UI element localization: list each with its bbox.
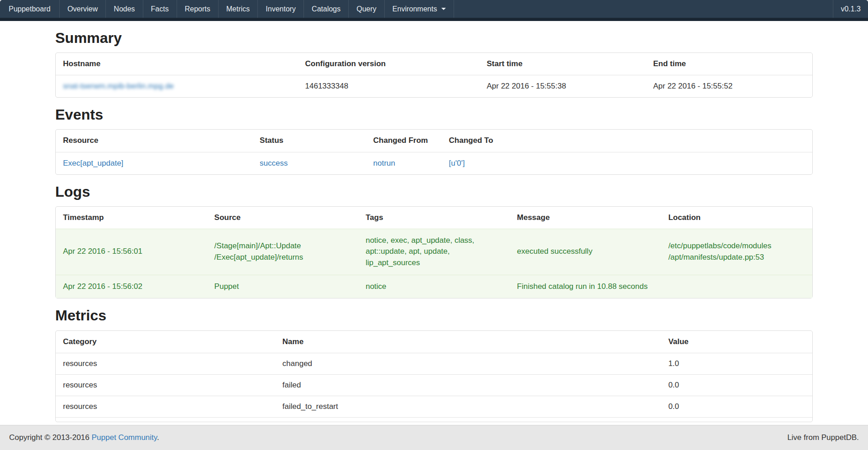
footer-copyright-prefix: Copyright © 2013-2016 — [9, 433, 92, 442]
events-col-changed-from: Changed From — [366, 130, 442, 152]
log-source: /Stage[main]/Apt::Update /Exec[apt_updat… — [207, 229, 359, 275]
log-message: Finished catalog run in 10.88 seconds — [510, 275, 661, 298]
nav-item-facts[interactable]: Facts — [143, 0, 177, 18]
log-timestamp: Apr 22 2016 - 15:56:01 — [56, 229, 207, 275]
logs-header-row: Timestamp Source Tags Message Location — [56, 207, 812, 229]
main-content: Summary Hostname Configuration version S… — [55, 30, 813, 422]
metric-category: resources — [56, 374, 275, 396]
metric-name: changed — [275, 353, 661, 374]
navbar-right: v0.1.3 — [833, 0, 868, 18]
footer-copyright: Copyright © 2013-2016 Puppet Community. — [9, 433, 159, 442]
log-message: executed successfully — [510, 229, 661, 275]
footer-puppetdb-status: Live from PuppetDB. — [787, 433, 859, 442]
metric-name: failed_to_restart — [275, 396, 661, 417]
metrics-header-row: Category Name Value — [56, 331, 812, 353]
events-col-changed-to: Changed To — [442, 130, 812, 152]
logs-col-source: Source — [207, 207, 359, 229]
summary-col-hostname: Hostname — [56, 53, 298, 75]
metric-value: 0.0 — [661, 396, 812, 417]
events-col-resource: Resource — [56, 130, 252, 152]
metric-row: resources failed 0.0 — [56, 374, 812, 396]
log-row: Apr 22 2016 - 15:56:02 Puppet notice Fin… — [56, 275, 812, 298]
nav-dropdown-environments[interactable]: Environments — [385, 0, 454, 18]
metric-name: failed — [275, 374, 661, 396]
top-navbar: Puppetboard Overview Nodes Facts Reports… — [0, 0, 868, 21]
summary-col-config-version: Configuration version — [298, 53, 480, 75]
events-header-row: Resource Status Changed From Changed To — [56, 130, 812, 152]
metric-value: 0.0 — [661, 374, 812, 396]
log-timestamp: Apr 22 2016 - 15:56:02 — [56, 275, 207, 298]
hostname-link[interactable]: snat-tserwm.mpib-berlin.mpg.de — [63, 82, 174, 90]
summary-col-start-time: Start time — [479, 53, 646, 75]
log-location — [661, 275, 812, 298]
metric-category: resources — [56, 396, 275, 417]
app-version-label: v0.1.3 — [833, 0, 868, 18]
summary-header-row: Hostname Configuration version Start tim… — [56, 53, 812, 75]
metrics-col-category: Category — [56, 331, 275, 353]
summary-table: Hostname Configuration version Start tim… — [55, 52, 813, 98]
nav-item-metrics[interactable]: Metrics — [219, 0, 258, 18]
events-col-status: Status — [252, 130, 366, 152]
metric-row: resources failed_to_restart 0.0 — [56, 396, 812, 417]
nav-item-inventory[interactable]: Inventory — [258, 0, 304, 18]
logs-col-location: Location — [661, 207, 812, 229]
event-resource-link[interactable]: Exec[apt_update] — [63, 159, 123, 167]
log-row: Apr 22 2016 - 15:56:01 /Stage[main]/Apt:… — [56, 229, 812, 275]
puppet-community-link[interactable]: Puppet Community — [92, 433, 157, 442]
metrics-col-value: Value — [661, 331, 812, 353]
event-changed-to-link[interactable]: [u'0'] — [449, 159, 465, 167]
events-heading: Events — [55, 107, 813, 123]
logs-table: Timestamp Source Tags Message Location A… — [55, 206, 813, 299]
end-time-value: Apr 22 2016 - 15:55:52 — [646, 75, 812, 97]
start-time-value: Apr 22 2016 - 15:55:38 — [479, 75, 646, 97]
nav-item-reports[interactable]: Reports — [177, 0, 219, 18]
config-version-value: 1461333348 — [298, 75, 480, 97]
metrics-col-name: Name — [275, 331, 661, 353]
metrics-heading: Metrics — [55, 308, 813, 324]
logs-col-message: Message — [510, 207, 661, 229]
log-tags: notice — [358, 275, 510, 298]
logs-heading: Logs — [55, 184, 813, 200]
log-tags: notice, exec, apt_update, class, apt::up… — [358, 229, 510, 275]
metric-row-partial — [56, 417, 812, 422]
metric-row: resources changed 1.0 — [56, 353, 812, 374]
summary-heading: Summary — [55, 30, 813, 46]
metric-category: resources — [56, 353, 275, 374]
nav-brand-puppetboard[interactable]: Puppetboard — [0, 0, 60, 18]
metric-value: 1.0 — [661, 353, 812, 374]
event-status-link[interactable]: success — [260, 159, 288, 167]
summary-row: snat-tserwm.mpib-berlin.mpg.de 146133334… — [56, 75, 812, 97]
events-table: Resource Status Changed From Changed To … — [55, 129, 813, 174]
log-source: Puppet — [207, 275, 359, 298]
event-changed-from-link[interactable]: notrun — [373, 159, 395, 167]
log-location: /etc/puppetlabs/code/modules /apt/manife… — [661, 229, 812, 275]
summary-col-end-time: End time — [646, 53, 812, 75]
footer-copyright-suffix: . — [157, 433, 159, 442]
nav-item-query[interactable]: Query — [349, 0, 385, 18]
nav-item-overview[interactable]: Overview — [60, 0, 106, 18]
metrics-table: Category Name Value resources changed 1.… — [55, 330, 813, 422]
logs-col-tags: Tags — [358, 207, 510, 229]
caret-down-icon — [441, 8, 446, 10]
environments-dropdown-label: Environments — [392, 5, 437, 13]
nav-item-catalogs[interactable]: Catalogs — [304, 0, 349, 18]
page-footer: Copyright © 2013-2016 Puppet Community. … — [0, 425, 868, 450]
event-row: Exec[apt_update] success notrun [u'0'] — [56, 152, 812, 174]
nav-item-nodes[interactable]: Nodes — [106, 0, 143, 18]
logs-col-timestamp: Timestamp — [56, 207, 207, 229]
